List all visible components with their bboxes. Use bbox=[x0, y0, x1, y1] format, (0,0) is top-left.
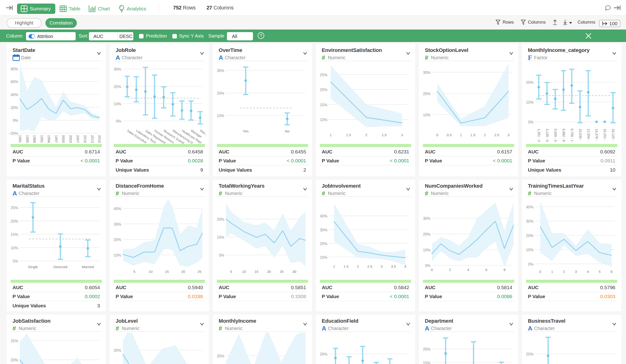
svg-text:8: 8 bbox=[504, 268, 506, 272]
svg-text:10%: 10% bbox=[423, 248, 430, 252]
svg-text:5: 5 bbox=[230, 269, 232, 274]
svg-text:2003: 2003 bbox=[69, 135, 73, 143]
svg-text:20%: 20% bbox=[423, 232, 430, 236]
svg-text:0%: 0% bbox=[528, 120, 534, 124]
svg-text:1985: 1985 bbox=[26, 135, 30, 143]
svg-text:20%: 20% bbox=[11, 358, 18, 362]
svg-text:1981: 1981 bbox=[18, 135, 22, 143]
svg-text:10%: 10% bbox=[114, 253, 121, 257]
svg-text:20%: 20% bbox=[320, 352, 327, 356]
svg-text:1988: 1988 bbox=[33, 135, 37, 143]
svg-text:1994: 1994 bbox=[47, 135, 51, 143]
svg-text:20%: 20% bbox=[526, 80, 534, 85]
svg-text:1.5: 1.5 bbox=[470, 133, 475, 137]
svg-text:20%: 20% bbox=[114, 348, 121, 352]
svg-text:25%: 25% bbox=[11, 206, 18, 210]
svg-text:60%: 60% bbox=[11, 80, 18, 84]
svg-text:30%: 30% bbox=[217, 69, 224, 73]
svg-text:0: 0 bbox=[431, 268, 433, 272]
svg-text:2: 2 bbox=[365, 133, 367, 137]
svg-text:25%: 25% bbox=[320, 73, 327, 77]
svg-text:2: 2 bbox=[449, 268, 451, 272]
svg-text:Single: Single bbox=[28, 265, 38, 269]
svg-text:40%: 40% bbox=[11, 93, 18, 97]
svg-text:20%: 20% bbox=[217, 91, 224, 95]
svg-text:5%: 5% bbox=[13, 259, 18, 263]
svg-text:0: 0 bbox=[436, 133, 438, 137]
svg-text:10%: 10% bbox=[320, 118, 327, 122]
svg-text:Divorced: Divorced bbox=[53, 265, 67, 269]
svg-text:2007: 2007 bbox=[76, 135, 80, 143]
svg-text:12,504 -: 12,504 - bbox=[587, 129, 590, 141]
svg-text:25: 25 bbox=[280, 269, 284, 274]
svg-text:−20%: −20% bbox=[8, 132, 18, 135]
svg-text:14,378 -: 14,378 - bbox=[595, 129, 599, 141]
svg-text:2: 2 bbox=[357, 265, 359, 268]
svg-text:20%: 20% bbox=[423, 92, 430, 96]
svg-text:20%: 20% bbox=[114, 85, 121, 89]
svg-text:1,261 - 3: 1,261 - 3 bbox=[537, 129, 541, 142]
svg-text:1: 1 bbox=[333, 265, 335, 268]
svg-text:20: 20 bbox=[181, 269, 185, 274]
svg-text:6,882 - 8: 6,882 - 8 bbox=[562, 129, 566, 142]
svg-text:0: 0 bbox=[539, 269, 541, 274]
svg-text:20%: 20% bbox=[320, 242, 327, 246]
svg-text:10%: 10% bbox=[11, 246, 18, 250]
svg-text:25: 25 bbox=[197, 269, 201, 274]
svg-text:0.5: 0.5 bbox=[447, 133, 452, 137]
svg-text:18,125 -: 18,125 - bbox=[611, 129, 615, 141]
svg-text:15%: 15% bbox=[320, 103, 327, 107]
svg-text:30%: 30% bbox=[114, 222, 121, 226]
svg-text:20%: 20% bbox=[526, 234, 534, 238]
svg-text:Yes: Yes bbox=[243, 129, 248, 133]
svg-text:15%: 15% bbox=[423, 361, 430, 364]
svg-text:10%: 10% bbox=[526, 248, 534, 252]
svg-text:20%: 20% bbox=[114, 238, 121, 242]
svg-text:2000: 2000 bbox=[61, 135, 66, 143]
svg-text:5,009 - 6: 5,009 - 6 bbox=[554, 129, 557, 142]
svg-text:40%: 40% bbox=[114, 207, 121, 211]
svg-text:5: 5 bbox=[599, 269, 600, 274]
svg-text:25%: 25% bbox=[11, 339, 18, 343]
svg-text:2.5: 2.5 bbox=[494, 133, 499, 137]
svg-text:6: 6 bbox=[611, 269, 613, 274]
svg-text:20: 20 bbox=[267, 269, 271, 274]
svg-text:0%: 0% bbox=[425, 264, 430, 268]
svg-text:0%: 0% bbox=[13, 119, 18, 123]
svg-text:40%: 40% bbox=[320, 214, 327, 218]
svg-text:4: 4 bbox=[467, 268, 469, 272]
svg-text:10%: 10% bbox=[526, 100, 534, 104]
svg-text:20%: 20% bbox=[526, 352, 534, 356]
svg-text:16,251 -: 16,251 - bbox=[603, 129, 607, 141]
svg-text:1.5: 1.5 bbox=[344, 265, 349, 268]
svg-text:4: 4 bbox=[404, 265, 406, 268]
svg-text:?: ? bbox=[260, 33, 262, 38]
svg-text:20%: 20% bbox=[217, 354, 224, 358]
svg-text:1: 1 bbox=[330, 133, 332, 137]
svg-text:2.5: 2.5 bbox=[367, 265, 372, 268]
svg-text:80%: 80% bbox=[11, 67, 18, 71]
svg-text:1991: 1991 bbox=[40, 135, 44, 143]
svg-text:2: 2 bbox=[563, 269, 565, 274]
svg-text:10: 10 bbox=[149, 269, 153, 274]
svg-text:3: 3 bbox=[381, 265, 383, 268]
svg-text:10%: 10% bbox=[217, 114, 224, 118]
svg-text:2013: 2013 bbox=[90, 135, 95, 143]
svg-text:1: 1 bbox=[460, 133, 462, 137]
svg-text:30%: 30% bbox=[526, 219, 534, 223]
svg-text:30%: 30% bbox=[320, 228, 327, 232]
svg-text:10%: 10% bbox=[217, 235, 224, 239]
svg-text:15: 15 bbox=[165, 269, 169, 274]
svg-text:30%: 30% bbox=[423, 216, 430, 221]
svg-text:2016: 2016 bbox=[98, 135, 102, 143]
svg-text:3,135 - 5: 3,135 - 5 bbox=[545, 129, 549, 142]
svg-text:2.5: 2.5 bbox=[382, 133, 387, 137]
svg-text:2010: 2010 bbox=[83, 135, 87, 143]
svg-text:20%: 20% bbox=[11, 106, 18, 110]
svg-text:20%: 20% bbox=[423, 347, 430, 351]
svg-text:30%: 30% bbox=[114, 67, 121, 71]
svg-text:8,756 - 1: 8,756 - 1 bbox=[570, 129, 574, 142]
svg-text:20%: 20% bbox=[11, 219, 18, 223]
svg-text:30: 30 bbox=[292, 269, 296, 274]
svg-text:20%: 20% bbox=[320, 88, 327, 92]
